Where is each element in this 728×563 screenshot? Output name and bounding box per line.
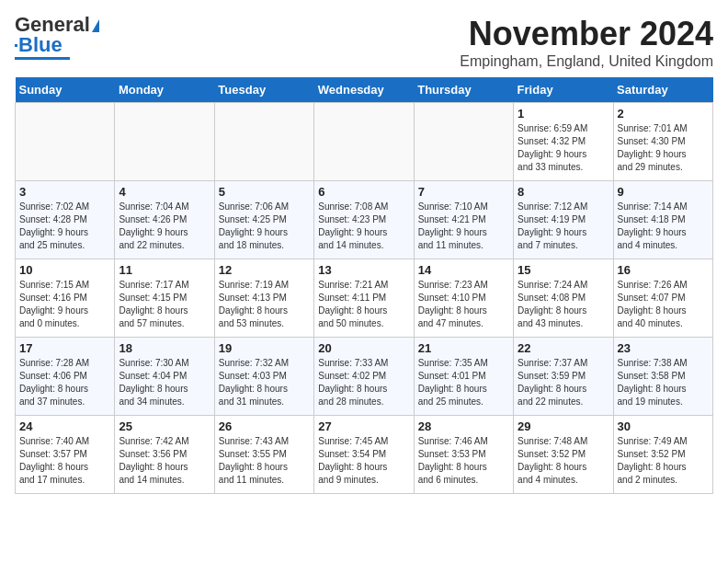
day-info: Sunrise: 7:40 AM Sunset: 3:57 PM Dayligh… xyxy=(19,435,110,487)
day-info: Sunrise: 7:10 AM Sunset: 4:21 PM Dayligh… xyxy=(418,201,509,252)
col-friday: Friday xyxy=(514,77,613,103)
day-info: Sunrise: 7:33 AM Sunset: 4:02 PM Dayligh… xyxy=(318,357,409,408)
calendar-cell xyxy=(115,103,214,181)
calendar-cell: 1Sunrise: 6:59 AM Sunset: 4:32 PM Daylig… xyxy=(514,103,613,181)
col-monday: Monday xyxy=(115,77,214,103)
day-info: Sunrise: 7:38 AM Sunset: 3:58 PM Dayligh… xyxy=(618,357,709,408)
calendar-cell: 3Sunrise: 7:02 AM Sunset: 4:28 PM Daylig… xyxy=(16,181,115,259)
logo: General Blue xyxy=(15,15,100,60)
calendar-cell: 12Sunrise: 7:19 AM Sunset: 4:13 PM Dayli… xyxy=(214,259,313,338)
day-number: 7 xyxy=(418,185,509,199)
calendar-cell xyxy=(414,103,513,181)
calendar-cell: 8Sunrise: 7:12 AM Sunset: 4:19 PM Daylig… xyxy=(514,181,613,259)
col-wednesday: Wednesday xyxy=(314,77,414,103)
day-info: Sunrise: 7:04 AM Sunset: 4:26 PM Dayligh… xyxy=(119,201,210,252)
day-number: 9 xyxy=(618,185,709,199)
day-number: 17 xyxy=(19,341,110,355)
day-info: Sunrise: 7:46 AM Sunset: 3:53 PM Dayligh… xyxy=(418,435,509,487)
day-info: Sunrise: 7:12 AM Sunset: 4:19 PM Dayligh… xyxy=(518,201,609,252)
calendar-cell: 6Sunrise: 7:08 AM Sunset: 4:23 PM Daylig… xyxy=(314,181,414,259)
calendar-week-4: 17Sunrise: 7:28 AM Sunset: 4:06 PM Dayli… xyxy=(16,338,713,416)
calendar-cell: 2Sunrise: 7:01 AM Sunset: 4:30 PM Daylig… xyxy=(613,103,712,181)
day-info: Sunrise: 7:17 AM Sunset: 4:15 PM Dayligh… xyxy=(119,279,210,330)
day-info: Sunrise: 7:42 AM Sunset: 3:56 PM Dayligh… xyxy=(119,435,210,487)
header-row: Sunday Monday Tuesday Wednesday Thursday… xyxy=(16,77,713,103)
calendar-table: Sunday Monday Tuesday Wednesday Thursday… xyxy=(15,77,713,494)
logo-blue: Blue xyxy=(18,35,63,55)
calendar-week-2: 3Sunrise: 7:02 AM Sunset: 4:28 PM Daylig… xyxy=(16,181,713,259)
day-info: Sunrise: 7:49 AM Sunset: 3:52 PM Dayligh… xyxy=(618,435,709,487)
day-info: Sunrise: 7:26 AM Sunset: 4:07 PM Dayligh… xyxy=(618,279,709,330)
day-info: Sunrise: 7:24 AM Sunset: 4:08 PM Dayligh… xyxy=(518,279,609,330)
day-number: 14 xyxy=(418,263,509,277)
day-info: Sunrise: 6:59 AM Sunset: 4:32 PM Dayligh… xyxy=(518,122,609,174)
calendar-cell: 22Sunrise: 7:37 AM Sunset: 3:59 PM Dayli… xyxy=(514,338,613,416)
calendar-cell xyxy=(16,103,115,181)
calendar-cell: 26Sunrise: 7:43 AM Sunset: 3:55 PM Dayli… xyxy=(214,416,313,494)
day-number: 23 xyxy=(618,341,709,355)
day-info: Sunrise: 7:01 AM Sunset: 4:30 PM Dayligh… xyxy=(618,122,709,174)
title-block: November 2024 Empingham, England, United… xyxy=(460,15,713,70)
calendar-cell xyxy=(314,103,414,181)
day-number: 1 xyxy=(518,107,609,121)
calendar-cell: 19Sunrise: 7:32 AM Sunset: 4:03 PM Dayli… xyxy=(214,338,313,416)
calendar-cell: 10Sunrise: 7:15 AM Sunset: 4:16 PM Dayli… xyxy=(16,259,115,338)
day-number: 22 xyxy=(518,341,609,355)
day-info: Sunrise: 7:02 AM Sunset: 4:28 PM Dayligh… xyxy=(19,201,110,252)
day-number: 20 xyxy=(318,341,409,355)
day-number: 27 xyxy=(318,419,409,433)
day-number: 16 xyxy=(618,263,709,277)
day-info: Sunrise: 7:35 AM Sunset: 4:01 PM Dayligh… xyxy=(418,357,509,408)
day-number: 8 xyxy=(518,185,609,199)
logo-text: General xyxy=(15,15,100,35)
col-saturday: Saturday xyxy=(613,77,712,103)
calendar-cell: 18Sunrise: 7:30 AM Sunset: 4:04 PM Dayli… xyxy=(115,338,214,416)
day-number: 26 xyxy=(219,419,310,433)
calendar-cell: 16Sunrise: 7:26 AM Sunset: 4:07 PM Dayli… xyxy=(613,259,712,338)
col-thursday: Thursday xyxy=(414,77,513,103)
day-number: 11 xyxy=(119,263,210,277)
day-info: Sunrise: 7:19 AM Sunset: 4:13 PM Dayligh… xyxy=(219,279,310,330)
day-info: Sunrise: 7:14 AM Sunset: 4:18 PM Dayligh… xyxy=(618,201,709,252)
logo-underline xyxy=(15,57,70,60)
day-number: 6 xyxy=(318,185,409,199)
page-header: General Blue November 2024 Empingham, En… xyxy=(15,15,713,70)
day-info: Sunrise: 7:30 AM Sunset: 4:04 PM Dayligh… xyxy=(119,357,210,408)
day-number: 15 xyxy=(518,263,609,277)
day-info: Sunrise: 7:06 AM Sunset: 4:25 PM Dayligh… xyxy=(219,201,310,252)
calendar-cell: 30Sunrise: 7:49 AM Sunset: 3:52 PM Dayli… xyxy=(613,416,712,494)
calendar-cell: 23Sunrise: 7:38 AM Sunset: 3:58 PM Dayli… xyxy=(613,338,712,416)
day-info: Sunrise: 7:23 AM Sunset: 4:10 PM Dayligh… xyxy=(418,279,509,330)
day-info: Sunrise: 7:08 AM Sunset: 4:23 PM Dayligh… xyxy=(318,201,409,252)
day-info: Sunrise: 7:48 AM Sunset: 3:52 PM Dayligh… xyxy=(518,435,609,487)
day-info: Sunrise: 7:45 AM Sunset: 3:54 PM Dayligh… xyxy=(318,435,409,487)
calendar-cell: 13Sunrise: 7:21 AM Sunset: 4:11 PM Dayli… xyxy=(314,259,414,338)
calendar-cell xyxy=(214,103,313,181)
day-number: 10 xyxy=(19,263,110,277)
day-number: 25 xyxy=(119,419,210,433)
calendar-cell: 15Sunrise: 7:24 AM Sunset: 4:08 PM Dayli… xyxy=(514,259,613,338)
day-number: 19 xyxy=(219,341,310,355)
day-info: Sunrise: 7:37 AM Sunset: 3:59 PM Dayligh… xyxy=(518,357,609,408)
day-info: Sunrise: 7:21 AM Sunset: 4:11 PM Dayligh… xyxy=(318,279,409,330)
col-sunday: Sunday xyxy=(16,77,115,103)
calendar-cell: 27Sunrise: 7:45 AM Sunset: 3:54 PM Dayli… xyxy=(314,416,414,494)
calendar-cell: 28Sunrise: 7:46 AM Sunset: 3:53 PM Dayli… xyxy=(414,416,513,494)
day-number: 18 xyxy=(119,341,210,355)
day-info: Sunrise: 7:32 AM Sunset: 4:03 PM Dayligh… xyxy=(219,357,310,408)
calendar-cell: 25Sunrise: 7:42 AM Sunset: 3:56 PM Dayli… xyxy=(115,416,214,494)
day-number: 5 xyxy=(219,185,310,199)
calendar-cell: 24Sunrise: 7:40 AM Sunset: 3:57 PM Dayli… xyxy=(16,416,115,494)
calendar-cell: 5Sunrise: 7:06 AM Sunset: 4:25 PM Daylig… xyxy=(214,181,313,259)
day-info: Sunrise: 7:28 AM Sunset: 4:06 PM Dayligh… xyxy=(19,357,110,408)
day-number: 29 xyxy=(518,419,609,433)
col-tuesday: Tuesday xyxy=(214,77,313,103)
day-number: 21 xyxy=(418,341,509,355)
day-number: 2 xyxy=(618,107,709,121)
logo-triangle-icon xyxy=(92,19,99,32)
calendar-cell: 21Sunrise: 7:35 AM Sunset: 4:01 PM Dayli… xyxy=(414,338,513,416)
day-number: 13 xyxy=(318,263,409,277)
calendar-cell: 14Sunrise: 7:23 AM Sunset: 4:10 PM Dayli… xyxy=(414,259,513,338)
calendar-week-3: 10Sunrise: 7:15 AM Sunset: 4:16 PM Dayli… xyxy=(16,259,713,338)
day-info: Sunrise: 7:43 AM Sunset: 3:55 PM Dayligh… xyxy=(219,435,310,487)
